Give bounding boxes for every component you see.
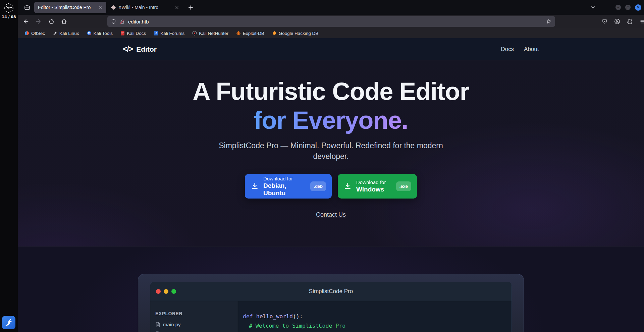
kali-dragon-icon xyxy=(4,318,14,328)
navigation-toolbar: editor.htb xyxy=(18,15,644,28)
offsec-favicon xyxy=(24,31,29,36)
insecure-lock-icon[interactable] xyxy=(119,19,125,24)
bookmark-kali-tools[interactable]: Kali Tools xyxy=(85,30,115,37)
deb-badge: .deb xyxy=(310,181,326,191)
shield-icon[interactable] xyxy=(111,19,116,24)
tab-title: XWiki - Main - Intro xyxy=(118,5,172,10)
account-icon xyxy=(614,18,621,25)
code-function: hello_world xyxy=(253,313,293,320)
panel-date: 14 / 08 xyxy=(2,15,16,19)
editor-mock-frame: SimplistCode Pro EXPLORER ma xyxy=(138,274,524,332)
minimize-button[interactable]: – xyxy=(615,5,621,10)
code-keyword: def xyxy=(243,313,253,320)
bookmark-kali-linux[interactable]: Kali Linux xyxy=(50,30,82,37)
code-brackets-icon: </> xyxy=(123,45,133,54)
bookmark-label: Kali Tools xyxy=(94,31,113,36)
explorer-label: EXPLORER xyxy=(155,311,238,316)
nav-link-about[interactable]: About xyxy=(524,46,539,53)
traffic-light-green xyxy=(171,289,176,294)
traffic-light-red xyxy=(156,289,161,294)
kali-launcher-button[interactable] xyxy=(2,316,15,329)
hamburger-menu-icon xyxy=(640,18,644,25)
site-brand[interactable]: </> Editor xyxy=(123,45,157,54)
bookmark-exploit-db[interactable]: Exploit-DB xyxy=(234,30,267,37)
extensions-button[interactable] xyxy=(625,17,635,26)
download-button-text: Download for Windows xyxy=(356,179,386,193)
contact-us-link[interactable]: Contact Us xyxy=(316,211,346,218)
download-button-text: Download for Debian, Ubuntu xyxy=(263,176,310,197)
code-line: def hello_world(): xyxy=(243,312,512,321)
tab-xwiki-main-intro[interactable]: XWiki - Main - Intro xyxy=(107,2,182,13)
bookmarks-toolbar: OffSec Kali Linux Kali Tools Kali Do xyxy=(18,28,644,38)
site-nav: Docs About xyxy=(501,46,539,53)
back-icon xyxy=(22,18,29,25)
bookmark-label: Kali Linux xyxy=(59,31,79,36)
download-platform: Windows xyxy=(356,186,386,193)
file-icon xyxy=(155,322,160,327)
brand-name: Editor xyxy=(136,45,157,53)
back-button[interactable] xyxy=(21,17,31,26)
tab-title: Editor - SimplistCode Pro xyxy=(38,5,96,10)
firefox-view-button[interactable] xyxy=(22,2,32,12)
maximize-button[interactable]: ▢ xyxy=(625,5,631,10)
pocket-button[interactable] xyxy=(600,17,609,26)
bookmark-label: Kali Docs xyxy=(127,31,146,36)
download-deb-button[interactable]: Download for Debian, Ubuntu .deb xyxy=(245,174,332,199)
toolbar-right-icons xyxy=(600,17,644,26)
download-icon xyxy=(343,182,352,190)
tab-editor-simplistcode-pro[interactable]: Editor - SimplistCode Pro xyxy=(34,2,106,13)
url-bar[interactable]: editor.htb xyxy=(107,16,555,27)
window-controls: – ▢ ✕ xyxy=(615,4,641,11)
code-punctuation: (): xyxy=(293,313,303,320)
list-all-tabs-button[interactable] xyxy=(588,2,598,12)
download-exe-button[interactable]: Download for Windows .exe xyxy=(338,174,417,199)
hero-subtitle: SimplistCode Pro — Minimal. Powerful. Re… xyxy=(210,140,452,162)
tab-close-icon[interactable] xyxy=(175,6,179,9)
file-name: main.py xyxy=(163,322,181,327)
bookmark-kali-forums[interactable]: Kali Forums xyxy=(151,30,187,37)
editor-mock-titlebar: SimplistCode Pro xyxy=(150,282,512,301)
account-button[interactable] xyxy=(612,17,622,26)
forward-button[interactable] xyxy=(34,17,43,26)
download-eyebrow: Download for xyxy=(263,176,310,181)
panel-clock[interactable]: 14 / 08 xyxy=(2,2,16,19)
bookmark-kali-nethunter[interactable]: Kali NetHunter xyxy=(190,30,231,37)
bookmark-star-icon[interactable] xyxy=(546,18,552,24)
hero-title: A Futuristic Code Editor for Everyone. xyxy=(18,60,644,135)
page-viewport: </> Editor Docs About A Futuristic Code … xyxy=(18,38,644,332)
close-window-button[interactable]: ✕ xyxy=(635,4,641,11)
tab-bar: Editor - SimplistCode Pro XWiki - Main -… xyxy=(18,0,644,15)
bookmark-kali-docs[interactable]: Kali Docs xyxy=(118,30,148,37)
kali-linux-favicon xyxy=(53,31,57,36)
editor-mock-window: SimplistCode Pro EXPLORER ma xyxy=(150,282,512,332)
explorer-sidebar: EXPLORER main.py xyxy=(150,301,238,332)
code-comment: # Welcome to SimplistCode Pro xyxy=(249,323,345,329)
analog-clock-icon xyxy=(3,2,14,14)
url-text[interactable]: editor.htb xyxy=(128,19,546,24)
desktop: 14 / 08 Editor - SimplistCode Pro xyxy=(0,0,644,332)
pocket-icon xyxy=(601,18,608,25)
nav-link-docs[interactable]: Docs xyxy=(501,46,514,53)
menu-button[interactable] xyxy=(638,17,644,26)
kali-nethunter-favicon xyxy=(192,31,197,36)
showcase-section: SimplistCode Pro EXPLORER ma xyxy=(18,247,644,332)
bookmark-offsec[interactable]: OffSec xyxy=(22,30,47,37)
bookmark-label: Kali NetHunter xyxy=(199,31,228,36)
download-icon xyxy=(251,182,259,190)
bookmark-label: OffSec xyxy=(31,31,45,36)
home-icon xyxy=(61,18,67,25)
code-line: # Welcome to SimplistCode Pro xyxy=(243,321,512,331)
desktop-side-panel: 14 / 08 xyxy=(0,0,18,332)
new-tab-button[interactable] xyxy=(186,3,195,12)
bookmark-label: Google Hacking DB xyxy=(279,31,319,36)
reload-button[interactable] xyxy=(47,17,56,26)
file-item-main-py[interactable]: main.py xyxy=(155,322,238,327)
site-header: </> Editor Docs About xyxy=(18,38,644,60)
exploit-db-favicon xyxy=(236,31,241,36)
kali-docs-favicon xyxy=(120,31,125,36)
hero-title-line1: A Futuristic Code Editor xyxy=(193,77,469,105)
home-button[interactable] xyxy=(59,17,69,26)
bookmark-google-hacking-db[interactable]: Google Hacking DB xyxy=(270,30,321,37)
tab-close-icon[interactable] xyxy=(99,6,103,9)
forward-icon xyxy=(35,18,42,25)
